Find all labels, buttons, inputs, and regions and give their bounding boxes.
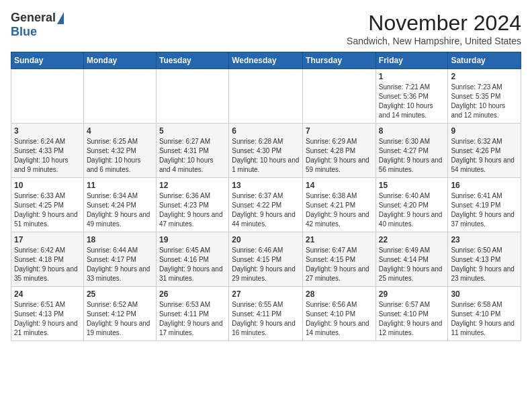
header-area: General Blue November 2024 Sandwich, New…	[11, 11, 521, 46]
weekday-header-cell: Tuesday	[156, 52, 228, 69]
calendar-cell: 1Sunrise: 7:21 AM Sunset: 5:36 PM Daylig…	[375, 69, 448, 124]
month-title: November 2024	[347, 11, 521, 36]
logo-triangle-icon	[57, 12, 64, 24]
day-info: Sunrise: 6:49 AM Sunset: 4:14 PM Dayligh…	[379, 246, 445, 283]
day-info: Sunrise: 6:44 AM Sunset: 4:17 PM Dayligh…	[87, 246, 153, 283]
day-number: 22	[379, 235, 445, 244]
logo-blue-text: Blue	[11, 25, 37, 38]
calendar-cell	[83, 69, 156, 124]
day-number: 1	[379, 72, 445, 81]
day-info: Sunrise: 6:42 AM Sunset: 4:18 PM Dayligh…	[14, 246, 81, 283]
day-number: 8	[379, 126, 445, 136]
calendar-cell	[303, 69, 376, 124]
day-number: 10	[14, 181, 81, 190]
calendar-cell: 17Sunrise: 6:42 AM Sunset: 4:18 PM Dayli…	[11, 232, 84, 287]
calendar-cell: 11Sunrise: 6:34 AM Sunset: 4:24 PM Dayli…	[83, 178, 156, 232]
day-number: 19	[159, 235, 226, 244]
day-info: Sunrise: 7:21 AM Sunset: 5:36 PM Dayligh…	[379, 83, 445, 120]
day-info: Sunrise: 6:53 AM Sunset: 4:11 PM Dayligh…	[159, 300, 226, 338]
calendar-cell: 30Sunrise: 6:58 AM Sunset: 4:10 PM Dayli…	[448, 287, 521, 341]
day-number: 24	[14, 289, 81, 299]
day-info: Sunrise: 6:52 AM Sunset: 4:12 PM Dayligh…	[87, 300, 153, 338]
weekday-header-cell: Monday	[83, 52, 156, 69]
day-number: 25	[87, 289, 153, 299]
weekday-header-cell: Sunday	[11, 52, 84, 69]
day-number: 26	[159, 289, 226, 299]
day-info: Sunrise: 6:30 AM Sunset: 4:27 PM Dayligh…	[379, 137, 445, 175]
calendar-week-row: 10Sunrise: 6:33 AM Sunset: 4:25 PM Dayli…	[11, 178, 521, 232]
day-number: 7	[306, 126, 373, 136]
day-number: 6	[232, 126, 300, 136]
calendar-cell: 19Sunrise: 6:45 AM Sunset: 4:16 PM Dayli…	[156, 232, 228, 287]
day-number: 15	[379, 181, 445, 190]
calendar-cell	[156, 69, 228, 124]
calendar-cell: 9Sunrise: 6:32 AM Sunset: 4:26 PM Daylig…	[448, 124, 521, 178]
day-info: Sunrise: 6:51 AM Sunset: 4:13 PM Dayligh…	[14, 300, 81, 338]
calendar-cell: 20Sunrise: 6:46 AM Sunset: 4:15 PM Dayli…	[229, 232, 303, 287]
day-info: Sunrise: 6:29 AM Sunset: 4:28 PM Dayligh…	[306, 137, 373, 175]
day-number: 18	[87, 235, 153, 244]
calendar-cell: 16Sunrise: 6:41 AM Sunset: 4:19 PM Dayli…	[448, 178, 521, 232]
weekday-header-cell: Friday	[375, 52, 448, 69]
weekday-header-cell: Thursday	[303, 52, 376, 69]
logo: General Blue	[11, 11, 64, 39]
calendar-week-row: 24Sunrise: 6:51 AM Sunset: 4:13 PM Dayli…	[11, 287, 521, 341]
calendar-week-row: 1Sunrise: 7:21 AM Sunset: 5:36 PM Daylig…	[11, 69, 521, 124]
day-number: 16	[451, 181, 518, 190]
day-number: 17	[14, 235, 81, 244]
day-info: Sunrise: 6:38 AM Sunset: 4:21 PM Dayligh…	[306, 191, 373, 229]
day-number: 11	[87, 181, 153, 190]
day-info: Sunrise: 6:37 AM Sunset: 4:22 PM Dayligh…	[232, 191, 300, 229]
day-info: Sunrise: 6:41 AM Sunset: 4:19 PM Dayligh…	[451, 191, 518, 229]
calendar-cell: 25Sunrise: 6:52 AM Sunset: 4:12 PM Dayli…	[83, 287, 156, 341]
day-info: Sunrise: 6:32 AM Sunset: 4:26 PM Dayligh…	[451, 137, 518, 175]
weekday-header-cell: Wednesday	[229, 52, 303, 69]
calendar-cell: 15Sunrise: 6:40 AM Sunset: 4:20 PM Dayli…	[375, 178, 448, 232]
day-number: 3	[14, 126, 81, 136]
title-area: November 2024 Sandwich, New Hampshire, U…	[347, 11, 521, 46]
calendar-cell: 5Sunrise: 6:27 AM Sunset: 4:31 PM Daylig…	[156, 124, 228, 178]
calendar-cell: 7Sunrise: 6:29 AM Sunset: 4:28 PM Daylig…	[303, 124, 376, 178]
calendar-week-row: 3Sunrise: 6:24 AM Sunset: 4:33 PM Daylig…	[11, 124, 521, 178]
location-subtitle: Sandwich, New Hampshire, United States	[347, 36, 521, 46]
day-number: 13	[232, 181, 300, 190]
calendar-week-row: 17Sunrise: 6:42 AM Sunset: 4:18 PM Dayli…	[11, 232, 521, 287]
calendar-cell: 21Sunrise: 6:47 AM Sunset: 4:15 PM Dayli…	[303, 232, 376, 287]
day-info: Sunrise: 6:58 AM Sunset: 4:10 PM Dayligh…	[451, 300, 518, 338]
calendar-cell	[229, 69, 303, 124]
day-number: 29	[379, 289, 445, 299]
calendar-cell: 29Sunrise: 6:57 AM Sunset: 4:10 PM Dayli…	[375, 287, 448, 341]
day-number: 4	[87, 126, 153, 136]
day-info: Sunrise: 6:50 AM Sunset: 4:13 PM Dayligh…	[451, 246, 518, 283]
calendar-cell: 14Sunrise: 6:38 AM Sunset: 4:21 PM Dayli…	[303, 178, 376, 232]
day-info: Sunrise: 6:24 AM Sunset: 4:33 PM Dayligh…	[14, 137, 81, 175]
calendar-cell: 18Sunrise: 6:44 AM Sunset: 4:17 PM Dayli…	[83, 232, 156, 287]
day-number: 28	[306, 289, 373, 299]
day-info: Sunrise: 6:34 AM Sunset: 4:24 PM Dayligh…	[87, 191, 153, 229]
calendar-cell: 8Sunrise: 6:30 AM Sunset: 4:27 PM Daylig…	[375, 124, 448, 178]
calendar-cell: 6Sunrise: 6:28 AM Sunset: 4:30 PM Daylig…	[229, 124, 303, 178]
calendar-cell: 13Sunrise: 6:37 AM Sunset: 4:22 PM Dayli…	[229, 178, 303, 232]
day-number: 21	[306, 235, 373, 244]
day-info: Sunrise: 6:25 AM Sunset: 4:32 PM Dayligh…	[87, 137, 153, 175]
day-info: Sunrise: 6:45 AM Sunset: 4:16 PM Dayligh…	[159, 246, 226, 283]
day-number: 23	[451, 235, 518, 244]
day-number: 27	[232, 289, 300, 299]
weekday-header-cell: Saturday	[448, 52, 521, 69]
calendar-cell: 23Sunrise: 6:50 AM Sunset: 4:13 PM Dayli…	[448, 232, 521, 287]
calendar-cell: 12Sunrise: 6:36 AM Sunset: 4:23 PM Dayli…	[156, 178, 228, 232]
calendar-table: SundayMondayTuesdayWednesdayThursdayFrid…	[11, 52, 521, 341]
calendar-cell: 27Sunrise: 6:55 AM Sunset: 4:11 PM Dayli…	[229, 287, 303, 341]
day-number: 12	[159, 181, 226, 190]
day-info: Sunrise: 6:33 AM Sunset: 4:25 PM Dayligh…	[14, 191, 81, 229]
day-info: Sunrise: 6:55 AM Sunset: 4:11 PM Dayligh…	[232, 300, 300, 338]
day-info: Sunrise: 6:28 AM Sunset: 4:30 PM Dayligh…	[232, 137, 300, 175]
calendar-cell: 24Sunrise: 6:51 AM Sunset: 4:13 PM Dayli…	[11, 287, 84, 341]
day-number: 14	[306, 181, 373, 190]
calendar-body: 1Sunrise: 7:21 AM Sunset: 5:36 PM Daylig…	[11, 69, 521, 341]
day-info: Sunrise: 6:40 AM Sunset: 4:20 PM Dayligh…	[379, 191, 445, 229]
day-number: 30	[451, 289, 518, 299]
calendar-cell: 4Sunrise: 6:25 AM Sunset: 4:32 PM Daylig…	[83, 124, 156, 178]
day-number: 5	[159, 126, 226, 136]
weekday-header-row: SundayMondayTuesdayWednesdayThursdayFrid…	[11, 52, 521, 69]
